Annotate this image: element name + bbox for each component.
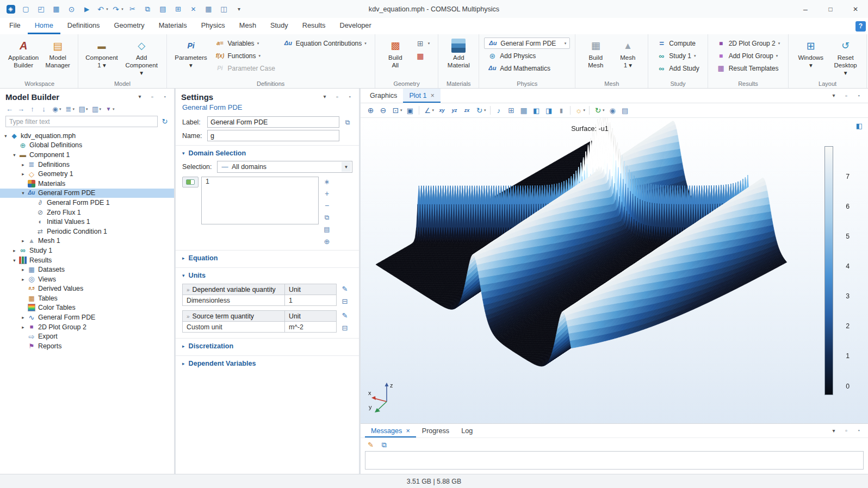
model-manager-button[interactable]: ▤ModelManager bbox=[42, 36, 73, 74]
section-units[interactable]: ▾ Units bbox=[176, 267, 359, 282]
select-quantity-button[interactable]: ⊟ bbox=[340, 296, 350, 306]
windows-button[interactable]: ⊞Windows ▾ bbox=[793, 36, 828, 74]
tree-node-global-definitions[interactable]: ⊕Global Definitions bbox=[0, 141, 174, 151]
settings-pin-button[interactable]: ▪ bbox=[345, 92, 355, 102]
application-builder-button[interactable]: AApplicationBuilder bbox=[6, 36, 41, 74]
tree-expander-icon[interactable]: ▾ bbox=[20, 190, 27, 196]
redo-button[interactable]: ↷▾ bbox=[110, 3, 125, 16]
close-button[interactable]: ✕ bbox=[843, 0, 868, 18]
update-plot-button[interactable]: ↻▾ bbox=[592, 104, 606, 116]
tree-node-definitions[interactable]: ▸≣Definitions bbox=[0, 160, 174, 170]
tree-node-results[interactable]: ▾Results bbox=[0, 255, 174, 265]
delete-button[interactable]: ✕ bbox=[186, 3, 201, 16]
study-1-button[interactable]: ∞Study 1▾ bbox=[653, 50, 702, 61]
section-dependent-variables[interactable]: ▸ Dependent Variables bbox=[176, 355, 359, 370]
modelbuilder-collapse-button[interactable]: ▾ bbox=[135, 92, 145, 102]
add-mathematics-button[interactable]: ΔuAdd Mathematics bbox=[484, 62, 570, 74]
view-yz-button[interactable]: yz bbox=[449, 104, 460, 116]
rename-button[interactable]: ⧉ bbox=[343, 117, 352, 127]
tree-expander-icon[interactable]: ▾ bbox=[11, 152, 18, 158]
build-all-button[interactable]: ▩BuildAll bbox=[380, 36, 411, 74]
save-button[interactable]: ▦ bbox=[49, 3, 64, 16]
tree-node-derived-values[interactable]: 8,5Derived Values bbox=[0, 284, 174, 294]
go-to-default-view-button[interactable]: ∠▾ bbox=[422, 104, 436, 116]
menu-tab-physics[interactable]: Physics bbox=[194, 18, 232, 34]
tree-expander-icon[interactable]: ▸ bbox=[20, 277, 27, 282]
remove-from-selection-button[interactable]: − bbox=[322, 201, 332, 210]
collapse-all-button[interactable]: ≣▾ bbox=[64, 104, 76, 114]
messages-tab-messages[interactable]: Messages× bbox=[365, 424, 416, 437]
graphics-tab-plot-1[interactable]: Plot 1× bbox=[403, 89, 440, 103]
tree-node-views[interactable]: ▸◎Views bbox=[0, 274, 174, 284]
plot-group-select[interactable]: ■2D Plot Group 2▾ bbox=[713, 37, 784, 49]
expand-columns-icon[interactable]: » bbox=[187, 314, 190, 320]
menu-tab-developer[interactable]: Developer bbox=[332, 18, 378, 34]
unit-cell[interactable]: 1 bbox=[285, 295, 337, 306]
select-quantity-button[interactable]: ⊟ bbox=[340, 323, 350, 333]
build-mesh-button[interactable]: ▦BuildMesh bbox=[580, 36, 611, 74]
geometry-parts-button[interactable]: ▦ bbox=[412, 50, 433, 61]
tree-node-datasets[interactable]: ▸▦Datasets bbox=[0, 265, 174, 274]
settings-grid-button[interactable]: ▦ bbox=[201, 3, 216, 16]
unit-cell[interactable]: m^-2 bbox=[285, 322, 337, 333]
tree-expander-icon[interactable]: ▸ bbox=[20, 315, 27, 320]
open-file-button[interactable]: ◰ bbox=[34, 3, 48, 16]
new-file-button[interactable]: ▢ bbox=[18, 3, 33, 16]
sound-feedback-button[interactable]: ♪ bbox=[493, 104, 505, 116]
zoom-extents-button[interactable]: ⊡▾ bbox=[390, 104, 404, 116]
paste-selection-button[interactable]: ▤ bbox=[322, 224, 332, 234]
equation-contributions-button[interactable]: ΔuEquation Contributions▾ bbox=[280, 37, 370, 49]
add-component-button[interactable]: ◇AddComponent ▾ bbox=[122, 36, 162, 77]
tree-expander-icon[interactable]: ▸ bbox=[11, 248, 18, 253]
add-plot-group-button[interactable]: ■Add Plot Group▾ bbox=[713, 50, 784, 61]
move-down-button[interactable]: ↓ bbox=[39, 104, 49, 114]
tree-node-general-form-pde-1[interactable]: ∂General Form PDE 1 bbox=[0, 198, 174, 208]
close-tab-icon[interactable]: × bbox=[431, 92, 435, 99]
table-window-button[interactable]: ▦ bbox=[518, 104, 530, 116]
messages-tab-log[interactable]: Log bbox=[455, 424, 479, 437]
tree-node-geometry-1[interactable]: ▸◇Geometry 1 bbox=[0, 169, 174, 179]
section-discretization[interactable]: ▸ Discretization bbox=[176, 338, 359, 353]
name-input[interactable] bbox=[207, 130, 339, 141]
tree-expander-icon[interactable]: ▾ bbox=[11, 258, 18, 263]
view-zx-button[interactable]: zx bbox=[461, 104, 473, 116]
modelbuilder-pin-button[interactable]: ▪ bbox=[160, 92, 170, 102]
label-input[interactable] bbox=[207, 116, 339, 128]
tree-node-general-form-pde[interactable]: ▸∿General Form PDE bbox=[0, 312, 174, 322]
image-window-button[interactable]: ◨ bbox=[543, 104, 555, 116]
add-material-button[interactable]: AddMaterial bbox=[443, 36, 474, 74]
graphics-float-button[interactable]: ▫ bbox=[841, 91, 851, 101]
quantity-cell[interactable]: Custom unit bbox=[183, 322, 285, 333]
customize-toolbar-button[interactable]: ▾ bbox=[232, 3, 246, 16]
undo-button[interactable]: ↶▾ bbox=[95, 3, 109, 16]
tree-node-kdv-equation-mph[interactable]: ▾◆kdv_equation.mph bbox=[0, 131, 174, 141]
refresh-view-button[interactable]: ↻▾ bbox=[474, 104, 487, 116]
section-domain-selection[interactable]: ▾ Domain Selection bbox=[176, 145, 359, 160]
tree-node-initial-values-1[interactable]: ◐Initial Values 1 bbox=[0, 217, 174, 227]
variables-button[interactable]: a=Variables▾ bbox=[212, 37, 278, 49]
component-1-button[interactable]: ▬Component1 ▾ bbox=[83, 36, 120, 74]
tree-node-component-1[interactable]: ▾▬Component 1 bbox=[0, 150, 174, 160]
minimize-button[interactable]: – bbox=[793, 0, 818, 18]
tree-node-materials[interactable]: Materials bbox=[0, 179, 174, 189]
selection-dropdown[interactable]: — All domains ▼ bbox=[217, 161, 352, 173]
tree-node-color-tables[interactable]: Color Tables bbox=[0, 303, 174, 313]
filter-input[interactable] bbox=[5, 116, 158, 127]
add-physics-button[interactable]: ⊛Add Physics bbox=[484, 50, 570, 61]
surface-plot-canvas[interactable] bbox=[361, 118, 868, 423]
result-templates-button[interactable]: ▦Result Templates bbox=[713, 62, 784, 74]
copy-messages-button[interactable]: ⧉ bbox=[379, 439, 390, 451]
settings-float-button[interactable]: ▫ bbox=[332, 92, 342, 102]
lock-view-button[interactable]: ▮ bbox=[556, 104, 567, 116]
expand-columns-icon[interactable]: » bbox=[187, 287, 190, 293]
view-xy-button[interactable]: xy bbox=[436, 104, 448, 116]
settings-collapse-button[interactable]: ▾ bbox=[320, 92, 330, 102]
move-up-button[interactable]: ↑ bbox=[27, 104, 38, 114]
graphics-pin-button[interactable]: ▪ bbox=[854, 91, 864, 101]
menu-tab-study[interactable]: Study bbox=[263, 18, 295, 34]
evaluate-table-button[interactable]: ⊞ bbox=[506, 104, 517, 116]
tree-node-2d-plot-group-2[interactable]: ▸■2D Plot Group 2 bbox=[0, 322, 174, 332]
active-selection-toggle[interactable] bbox=[182, 177, 199, 187]
edit-unit-button[interactable]: ✎ bbox=[340, 310, 350, 320]
selection-list-item[interactable]: 1 bbox=[202, 177, 318, 186]
